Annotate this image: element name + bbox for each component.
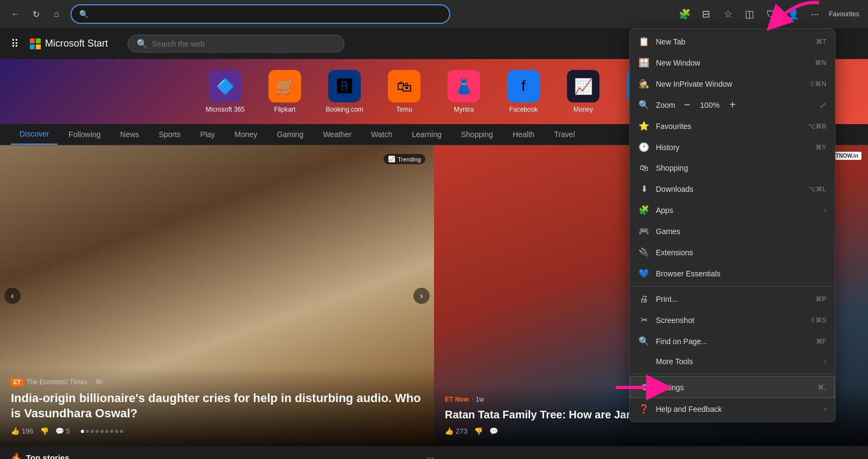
bottom-section: 🔥 Top stories ··· News18 · 1d Blast Outs… [0, 446, 868, 459]
zoom-expand-button[interactable]: ⤢ [820, 101, 826, 109]
menu-shortcut: ⇧⌘S [810, 316, 826, 324]
comment-action-right[interactable]: 💬 [489, 427, 498, 435]
menu-item-label: Favourites [656, 122, 801, 131]
nav-tab-travel[interactable]: Travel [545, 125, 583, 144]
menu-item-new-tab[interactable]: 📋 New Tab ⌘T [630, 31, 835, 52]
dropdown-menu: 📋 New Tab ⌘T 🪟 New Window ⌘N 🕵 New InPri… [629, 28, 835, 422]
home-button[interactable]: ⌂ [48, 5, 65, 23]
news-time-left: · [91, 378, 92, 386]
quick-link-icon: 🛍 [388, 70, 420, 102]
menu-item-more-tools[interactable]: More Tools › [630, 352, 835, 371]
quick-link-temu[interactable]: 🛍 Temu [382, 70, 426, 113]
nav-tab-discover[interactable]: Discover [11, 124, 58, 145]
menu-item-extensions[interactable]: 🔌 Extensions [630, 242, 835, 263]
menu-item-history[interactable]: 🕐 History ⌘Y [630, 137, 835, 158]
msft-squares [30, 38, 41, 49]
news-overlay-left: ET The Economic Times · 8h India-origin … [0, 367, 434, 446]
quick-link-myntra[interactable]: 👗 Myntra [442, 70, 486, 113]
quick-link-booking.com[interactable]: 🅱 Booking.com [323, 70, 366, 113]
menu-item-print---[interactable]: 🖨 Print... ⌘P [630, 289, 835, 309]
quick-link-icon: 🛒 [269, 70, 301, 102]
dislike-action-left[interactable]: 👎 [40, 427, 49, 435]
profile-button[interactable]: 👤 [783, 4, 803, 24]
menu-item-find-on-page---[interactable]: 🔍 Find on Page... ⌘F [630, 331, 835, 352]
menu-item-label: Browser Essentials [656, 269, 826, 278]
quick-link-label: Flipkart [274, 106, 295, 113]
menu-item-downloads[interactable]: ⬇ Downloads ⌥⌘L [630, 178, 835, 199]
menu-shortcut: ⇧⌘N [809, 80, 826, 88]
menu-item-new-window[interactable]: 🪟 New Window ⌘N [630, 52, 835, 73]
news-prev-button[interactable]: ‹ [4, 288, 21, 304]
browser-essentials-button[interactable]: 🛡 [762, 4, 781, 24]
news-actions-right: 👍 273 👎 💬 [445, 427, 857, 435]
zoom-out-button[interactable]: − [682, 99, 693, 111]
nav-tab-health[interactable]: Health [504, 125, 543, 144]
quick-link-facebook[interactable]: f Facebook [502, 70, 545, 113]
menu-item-screenshot[interactable]: ✂ Screenshot ⇧⌘S [630, 309, 835, 331]
nav-tab-shopping[interactable]: Shopping [452, 125, 502, 144]
nav-tab-money[interactable]: Money [226, 125, 266, 144]
news-next-button[interactable]: › [413, 288, 430, 304]
menu-item-favourites[interactable]: ⭐ Favourites ⌥⌘B [630, 115, 835, 137]
news-card-left[interactable]: ‹ › 📈 Trending ET The Economic Times · 8… [0, 145, 434, 446]
msft-search-input[interactable] [152, 40, 335, 48]
refresh-button[interactable]: ↻ [27, 5, 44, 23]
nav-tab-watch[interactable]: Watch [362, 125, 401, 144]
nav-tab-sports[interactable]: Sports [150, 125, 189, 144]
top-stories-title: Top stories [26, 453, 69, 459]
dislike-action-right[interactable]: 👎 [474, 427, 483, 435]
menu-item-icon: 💙 [639, 268, 649, 279]
menu-shortcut: ⌥⌘B [808, 122, 826, 130]
msft-search-bar[interactable]: 🔍 [127, 35, 344, 53]
menu-item-apps[interactable]: 🧩 Apps › [630, 199, 835, 221]
menu-item-icon: ⭐ [639, 121, 649, 131]
source-badge-et: ET [11, 378, 23, 386]
menu-item-browser-essentials[interactable]: 💙 Browser Essentials [630, 263, 835, 284]
favorites-button[interactable]: ☆ [718, 4, 738, 24]
top-stories-menu[interactable]: ··· [427, 453, 434, 460]
menu-item-label: Apps [656, 206, 818, 215]
menu-item-icon: 🕵 [639, 79, 649, 89]
trending-label: Trending [398, 156, 421, 163]
menu-item-new-inprivate-window[interactable]: 🕵 New InPrivate Window ⇧⌘N [630, 73, 835, 94]
menu-item-label: Help and Feedback [656, 405, 818, 413]
nav-tab-gaming[interactable]: Gaming [268, 125, 312, 144]
zoom-control: 🔍 Zoom − 100% + ⤢ [630, 94, 835, 115]
menu-item-games[interactable]: 🎮 Games [630, 221, 835, 242]
menu-item-label: More Tools [656, 357, 818, 366]
quick-link-label: Facebook [509, 106, 538, 113]
like-action-left[interactable]: 👍 196 [11, 427, 34, 435]
menu-item-shopping[interactable]: 🛍 Shopping [630, 158, 835, 178]
extensions-button[interactable]: 🧩 [675, 4, 694, 24]
split-screen-button[interactable]: ⊟ [697, 4, 716, 24]
quick-link-money[interactable]: 📈 Money [561, 70, 605, 113]
nav-tab-following[interactable]: Following [60, 125, 109, 144]
menu-item-label: Settings [656, 383, 811, 392]
zoom-in-button[interactable]: + [727, 99, 738, 111]
comment-action-left[interactable]: 💬 5 [55, 427, 70, 435]
msft-logo: Microsoft Start [30, 38, 108, 49]
address-bar[interactable]: 🔍 [71, 4, 450, 24]
menu-item-settings[interactable]: ⚙ Settings ⌘, [630, 376, 835, 398]
quick-link-icon: 👗 [448, 70, 480, 102]
grid-icon[interactable]: ⠿ [11, 37, 19, 50]
nav-tab-news[interactable]: News [112, 125, 148, 144]
search-icon: 🔍 [79, 10, 88, 18]
like-action-right[interactable]: 👍 273 [445, 427, 468, 435]
top-stories: 🔥 Top stories ··· News18 · 1d Blast Outs… [11, 452, 434, 459]
menu-divider [630, 286, 835, 287]
collections-button[interactable]: ◫ [740, 4, 760, 24]
settings-more-button[interactable]: ··· [805, 4, 825, 24]
nav-tab-learning[interactable]: Learning [403, 125, 450, 144]
menu-item-help-and-feedback[interactable]: ❓ Help and Feedback › [630, 398, 835, 419]
nav-tab-play[interactable]: Play [192, 125, 224, 144]
address-input[interactable] [93, 10, 442, 18]
back-button[interactable]: ← [7, 5, 24, 23]
nav-tab-weather[interactable]: Weather [314, 125, 360, 144]
menu-item-icon: 🛍 [639, 163, 649, 173]
quick-link-flipkart[interactable]: 🛒 Flipkart [263, 70, 307, 113]
menu-item-icon: 🪟 [639, 57, 649, 68]
menu-item-label: Find on Page... [656, 337, 809, 346]
quick-link-icon: 🔷 [209, 70, 241, 102]
quick-link-microsoft-365[interactable]: 🔷 Microsoft 365 [203, 70, 247, 113]
